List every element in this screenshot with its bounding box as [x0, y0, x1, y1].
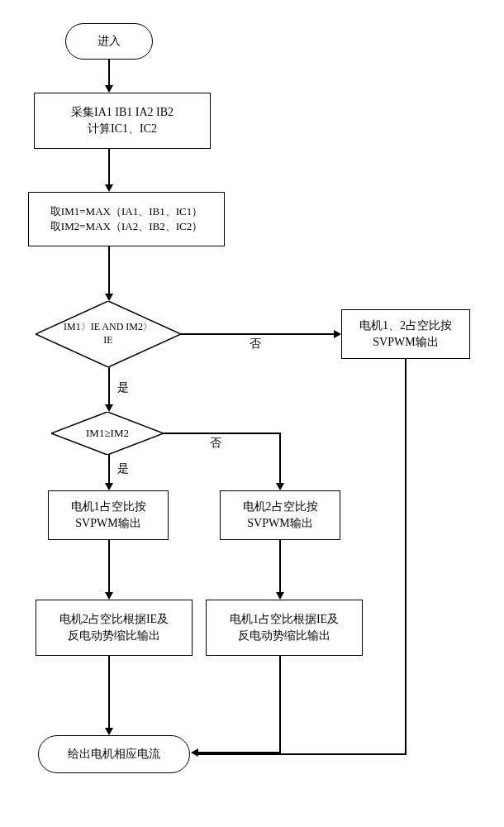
- m2-svpwm-line2: SVPWM输出: [247, 515, 312, 532]
- m1-svpwm-node: 电机1占空比按 SVPWM输出: [48, 490, 169, 540]
- arrow: [198, 753, 407, 755]
- arrow: [405, 359, 407, 753]
- arrow: [164, 433, 281, 434]
- m2-scale-node: 电机2占空比根据IE及 反电动势缩比输出: [36, 600, 193, 656]
- arrow: [108, 149, 110, 185]
- dec2-yes-label: 是: [116, 461, 131, 476]
- end-label: 给出电机相应电流: [68, 746, 160, 762]
- dec1-line1: IM1〉IE AND IM2〉: [64, 321, 153, 334]
- m1-scale-line2: 反电动势缩比输出: [238, 628, 330, 644]
- m2-svpwm-node: 电机2占空比按 SVPWM输出: [220, 490, 340, 540]
- arrow: [279, 656, 281, 753]
- dec2-text: IM1≥IM2: [86, 427, 129, 439]
- arrow: [108, 540, 110, 593]
- arrow-head: [105, 294, 113, 301]
- takemax-node: 取IM1=MAX（IA1、IB1、IC1） 取IM2=MAX（IA2、IB2、I…: [28, 192, 225, 246]
- dec1-yes-label: 是: [116, 380, 131, 395]
- both-svpwm-node: 电机1、2占空比按 SVPWM输出: [341, 309, 470, 359]
- start-node: 进入: [65, 23, 153, 60]
- m1-svpwm-line2: SVPWM输出: [75, 515, 140, 532]
- collect-line1: 采集IA1 IB1 IA2 IB2: [71, 104, 174, 121]
- arrow-head: [105, 404, 113, 412]
- end-node: 给出电机相应电流: [38, 735, 190, 773]
- decision1-node: IM1〉IE AND IM2〉 IE: [36, 301, 181, 367]
- m2-svpwm-line1: 电机2占空比按: [243, 499, 318, 515]
- m1-scale-node: 电机1占空比根据IE及 反电动势缩比输出: [206, 600, 363, 656]
- m1-scale-line1: 电机1占空比根据IE及: [230, 611, 339, 628]
- m2-scale-line2: 反电动势缩比输出: [68, 628, 160, 644]
- arrow-head: [105, 85, 113, 93]
- arrow: [279, 540, 281, 593]
- arrow-head: [276, 592, 284, 600]
- dec1-no-label: 否: [248, 337, 263, 351]
- arrow: [108, 656, 110, 729]
- dec2-no-label: 否: [208, 436, 223, 451]
- start-label: 进入: [97, 33, 121, 50]
- dec1-line2: IE: [64, 334, 153, 347]
- m2-scale-line1: 电机2占空比根据IE及: [59, 611, 169, 628]
- takemax-line2: 取IM2=MAX（IA2、IB2、IC2）: [50, 219, 202, 234]
- arrow: [108, 455, 110, 484]
- arrow-head: [105, 728, 113, 735]
- arrow-head: [105, 483, 113, 490]
- arrow-head: [191, 748, 198, 757]
- arrow: [181, 333, 335, 335]
- decision2-node: IM1≥IM2: [51, 412, 164, 455]
- collect-node: 采集IA1 IB1 IA2 IB2 计算IC1、IC2: [34, 93, 211, 149]
- arrow: [279, 433, 281, 484]
- both-svpwm-line2: SVPWM输出: [373, 334, 438, 351]
- arrow: [108, 60, 110, 86]
- both-svpwm-line1: 电机1、2占空比按: [359, 318, 452, 334]
- arrow-head: [105, 184, 113, 192]
- arrow: [108, 367, 110, 405]
- arrow: [108, 246, 110, 294]
- arrow-head: [276, 483, 284, 490]
- m1-svpwm-line1: 电机1占空比按: [71, 499, 146, 515]
- arrow-head: [105, 592, 113, 600]
- arrow-head: [334, 330, 341, 338]
- collect-line2: 计算IC1、IC2: [88, 121, 157, 137]
- takemax-line1: 取IM1=MAX（IA1、IB1、IC1）: [50, 204, 202, 219]
